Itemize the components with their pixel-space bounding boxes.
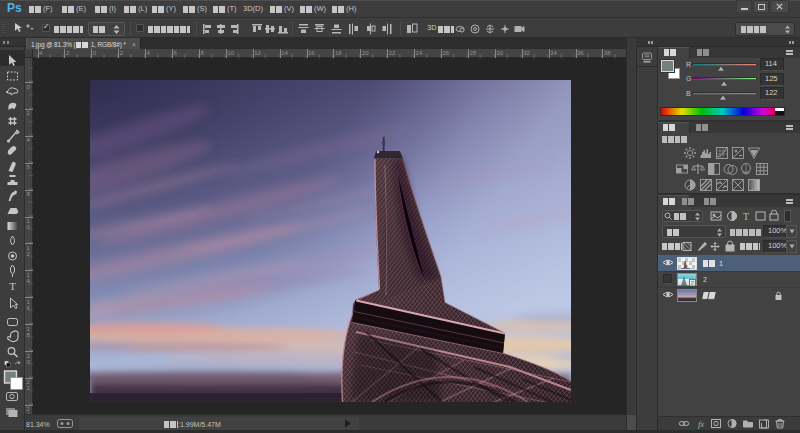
svg-text:T: T (743, 211, 749, 222)
svg-text:T: T (9, 280, 16, 292)
svg-text:fx: fx (698, 419, 704, 429)
